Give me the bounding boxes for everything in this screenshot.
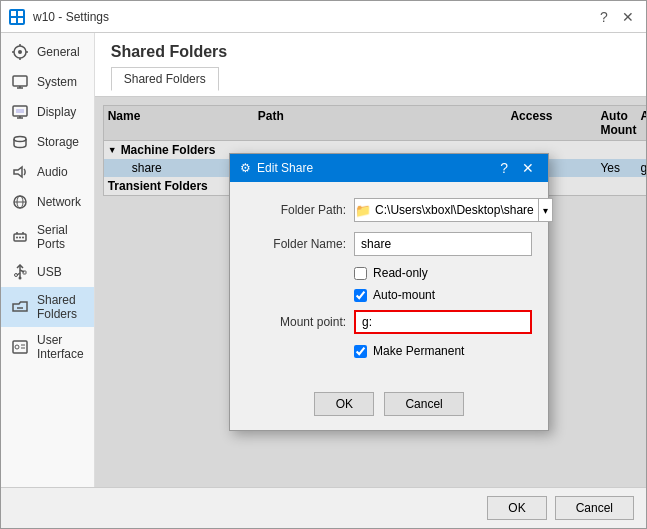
user-interface-icon bbox=[11, 338, 29, 356]
svg-point-32 bbox=[15, 274, 18, 277]
automount-label: Auto-mount bbox=[373, 288, 435, 302]
sidebar-label-system: System bbox=[37, 75, 77, 89]
svg-rect-10 bbox=[13, 76, 27, 86]
readonly-label: Read-only bbox=[373, 266, 428, 280]
sidebar-label-general: General bbox=[37, 45, 80, 59]
sidebar-item-usb[interactable]: USB bbox=[1, 257, 94, 287]
svg-point-25 bbox=[22, 237, 24, 239]
sidebar-item-shared-folders[interactable]: Shared Folders bbox=[1, 287, 94, 327]
mount-point-label: Mount point: bbox=[246, 315, 346, 329]
main-window: w10 - Settings ? ✕ General System bbox=[0, 0, 647, 529]
sidebar-item-storage[interactable]: Storage bbox=[1, 127, 94, 157]
sidebar: General System Display Storage bbox=[1, 33, 95, 487]
mount-point-input[interactable] bbox=[354, 310, 532, 334]
svg-point-36 bbox=[15, 345, 19, 349]
folder-path-dropdown[interactable]: 📁 C:\Users\xboxl\Desktop\share ▾ bbox=[354, 198, 553, 222]
help-button[interactable]: ? bbox=[594, 7, 614, 27]
tab-shared-folders[interactable]: Shared Folders bbox=[111, 67, 219, 91]
modal-help-button[interactable]: ? bbox=[494, 158, 514, 178]
folder-path-chevron-icon[interactable]: ▾ bbox=[538, 199, 552, 221]
main-panel: Shared Folders Shared Folders Name Path … bbox=[95, 33, 646, 487]
footer-cancel-button[interactable]: Cancel bbox=[555, 496, 634, 520]
window-footer: OK Cancel bbox=[1, 487, 646, 528]
svg-marker-18 bbox=[14, 167, 22, 177]
svg-point-23 bbox=[16, 237, 18, 239]
display-icon bbox=[11, 103, 29, 121]
modal-close-button[interactable]: ✕ bbox=[518, 158, 538, 178]
automount-checkbox[interactable] bbox=[354, 289, 367, 302]
sidebar-label-display: Display bbox=[37, 105, 76, 119]
app-icon bbox=[9, 9, 25, 25]
sidebar-item-audio[interactable]: Audio bbox=[1, 157, 94, 187]
svg-point-33 bbox=[19, 277, 22, 280]
folder-name-label: Folder Name: bbox=[246, 237, 346, 251]
sidebar-label-shared-folders: Shared Folders bbox=[37, 293, 84, 321]
audio-icon bbox=[11, 163, 29, 181]
svg-rect-3 bbox=[18, 18, 23, 23]
tab-bar: Shared Folders bbox=[111, 67, 646, 90]
sidebar-item-serial-ports[interactable]: Serial Ports bbox=[1, 217, 94, 257]
sidebar-item-display[interactable]: Display bbox=[1, 97, 94, 127]
panel-title: Shared Folders bbox=[111, 43, 646, 61]
sidebar-item-user-interface[interactable]: User Interface bbox=[1, 327, 94, 367]
svg-rect-30 bbox=[23, 271, 26, 274]
sidebar-item-system[interactable]: System bbox=[1, 67, 94, 97]
storage-icon bbox=[11, 133, 29, 151]
svg-rect-16 bbox=[16, 109, 24, 113]
readonly-checkbox[interactable] bbox=[354, 267, 367, 280]
title-bar: w10 - Settings ? ✕ bbox=[1, 1, 646, 33]
general-icon bbox=[11, 43, 29, 61]
svg-point-17 bbox=[14, 137, 26, 142]
modal-overlay: ⚙ Edit Share ? ✕ Fold bbox=[95, 97, 646, 487]
modal-gear-icon: ⚙ bbox=[240, 161, 251, 175]
folder-path-label: Folder Path: bbox=[246, 203, 346, 217]
sidebar-label-network: Network bbox=[37, 195, 81, 209]
sidebar-label-serial-ports: Serial Ports bbox=[37, 223, 84, 251]
panel-content: Name Path Access Auto Mount At ▼ Machine… bbox=[95, 97, 646, 487]
folder-name-row: Folder Name: bbox=[246, 232, 532, 256]
sidebar-item-network[interactable]: Network bbox=[1, 187, 94, 217]
close-button[interactable]: ✕ bbox=[618, 7, 638, 27]
modal-title-bar: ⚙ Edit Share ? ✕ bbox=[230, 154, 548, 182]
permanent-label: Make Permanent bbox=[373, 344, 464, 358]
modal-cancel-button[interactable]: Cancel bbox=[384, 392, 463, 416]
svg-point-4 bbox=[18, 50, 22, 54]
serial-ports-icon bbox=[11, 228, 29, 246]
automount-row: Auto-mount bbox=[246, 288, 532, 302]
folder-path-value: C:\Users\xboxl\Desktop\share bbox=[371, 203, 538, 217]
readonly-row: Read-only bbox=[246, 266, 532, 280]
mount-point-row: Mount point: bbox=[246, 310, 532, 334]
svg-rect-1 bbox=[18, 11, 23, 16]
folder-path-icon: 📁 bbox=[355, 203, 371, 218]
svg-point-24 bbox=[19, 237, 21, 239]
modal-footer: OK Cancel bbox=[230, 382, 548, 430]
sidebar-label-storage: Storage bbox=[37, 135, 79, 149]
permanent-checkbox[interactable] bbox=[354, 345, 367, 358]
sidebar-label-audio: Audio bbox=[37, 165, 68, 179]
network-icon bbox=[11, 193, 29, 211]
window-title: w10 - Settings bbox=[33, 10, 109, 24]
modal-ok-button[interactable]: OK bbox=[314, 392, 374, 416]
edit-share-modal: ⚙ Edit Share ? ✕ Fold bbox=[229, 153, 549, 431]
usb-icon bbox=[11, 263, 29, 281]
system-icon bbox=[11, 73, 29, 91]
shared-folders-icon bbox=[11, 298, 29, 316]
content-area: General System Display Storage bbox=[1, 33, 646, 487]
folder-path-row: Folder Path: 📁 C:\Users\xboxl\Desktop\sh… bbox=[246, 198, 532, 222]
permanent-row: Make Permanent bbox=[246, 344, 532, 358]
sidebar-label-user-interface: User Interface bbox=[37, 333, 84, 361]
modal-title-text: Edit Share bbox=[257, 161, 313, 175]
svg-rect-2 bbox=[11, 18, 16, 23]
folder-name-input[interactable] bbox=[354, 232, 532, 256]
sidebar-item-general[interactable]: General bbox=[1, 37, 94, 67]
panel-header: Shared Folders Shared Folders bbox=[95, 33, 646, 97]
svg-rect-0 bbox=[11, 11, 16, 16]
modal-body: Folder Path: 📁 C:\Users\xboxl\Desktop\sh… bbox=[230, 182, 548, 382]
footer-ok-button[interactable]: OK bbox=[487, 496, 546, 520]
sidebar-label-usb: USB bbox=[37, 265, 62, 279]
